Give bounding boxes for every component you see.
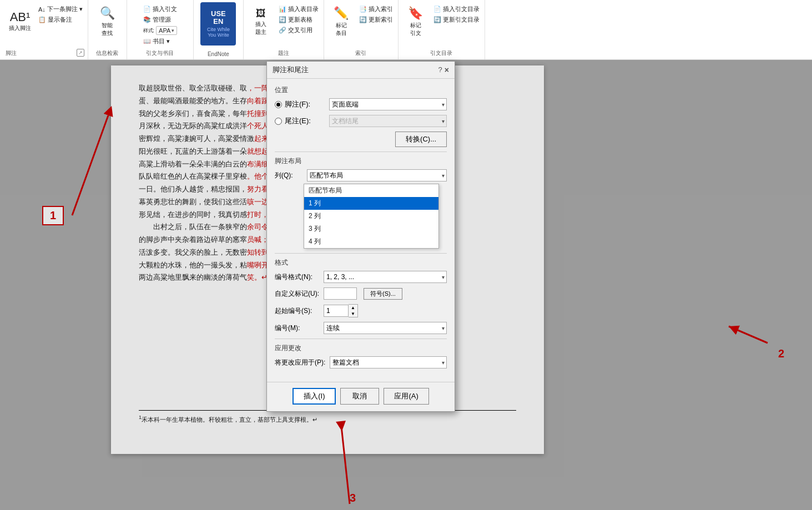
position-section: 位置 (275, 85, 447, 95)
symbol-button[interactable]: 符号(S)... (364, 288, 402, 300)
style-select[interactable]: APA ▾ (156, 26, 177, 35)
style-icon: 样式: (143, 27, 155, 34)
insert-index-button[interactable]: 📑 插入索引 (357, 4, 395, 14)
endnote-button[interactable]: USEEN Cite WhileYou Write (200, 2, 236, 46)
footnote-dialog-launcher[interactable]: ↗ (77, 49, 84, 57)
info-search-group: 🔍 智能查找 信息检索 (88, 0, 127, 59)
cross-reference-button[interactable]: 🔗 交叉引用 (277, 26, 320, 35)
manage-sources-button[interactable]: 📚 管理源 (142, 15, 179, 24)
insert-citation-index-button[interactable]: 📄 插入引文目录 (432, 4, 481, 14)
footnote-radio[interactable] (275, 101, 282, 108)
update-citation-index-label: 更新引文目录 (443, 16, 480, 24)
show-notes-label: 显示备注 (48, 16, 72, 24)
update-index-icon: 🔄 (359, 16, 367, 23)
caption-group-label: 题注 (278, 48, 289, 57)
smart-search-button[interactable]: 🔍 智能查找 (93, 2, 121, 41)
columns-select-wrapper: 匹配节布局 1 列 2 列 3 列 4 列 (307, 169, 447, 181)
cross-ref-icon: 🔗 (279, 27, 286, 34)
endnote-radio-label[interactable]: 尾注(E): (275, 116, 325, 126)
mark-citation-button[interactable]: 🔖 标记引文 (402, 2, 430, 41)
citation-group: 📄 插入引文 📚 管理源 样式: APA ▾ 📖 书目 ▾ 引文与书目 (127, 0, 194, 59)
insert-footnote-button[interactable]: AB¹ 插入脚注 (6, 2, 34, 41)
dropdown-item-1col[interactable]: 1 列 (304, 197, 438, 210)
mark-entry-label: 标记条目 (336, 22, 347, 37)
update-index-label: 更新索引 (369, 16, 393, 24)
footnote-position-wrapper: 页面底端 文字下方 (329, 98, 447, 110)
dropdown-item-match[interactable]: 匹配节布局 (304, 184, 438, 197)
index-group: ✏️ 标记条目 📑 插入索引 🔄 更新索引 索引 (324, 0, 399, 59)
footnote-position-select[interactable]: 页面底端 文字下方 (329, 98, 447, 110)
number-format-select[interactable]: 1, 2, 3, ... (324, 271, 447, 283)
insert-index-label: 插入索引 (369, 5, 393, 13)
manage-sources-icon: 📚 (143, 16, 151, 23)
spinner-buttons: ▲ ▼ (349, 304, 358, 317)
layout-section-header: 脚注布局 (275, 156, 447, 166)
insert-figures-button[interactable]: 📊 插入表目录 (277, 4, 320, 14)
numbering-select[interactable]: 连续 每节重新编号 每页重新编号 (324, 322, 447, 334)
endnote-use-en: USEEN (211, 10, 226, 26)
mark-entry-icon: ✏️ (334, 6, 349, 21)
citation-index-group: 🔖 标记引文 📄 插入引文目录 🔄 更新引文目录 引文目录 (399, 0, 485, 59)
insert-button[interactable]: 插入(I) (292, 388, 336, 405)
convert-button[interactable]: 转换(C)... (395, 132, 447, 147)
update-index-button[interactable]: 🔄 更新索引 (357, 15, 395, 24)
update-table-label: 更新表格 (288, 16, 312, 24)
insert-footnote-label: 插入脚注 (9, 24, 31, 32)
endnote-radio[interactable] (275, 118, 282, 125)
divider-1 (275, 152, 447, 152)
columns-label: 列(Q): (275, 171, 302, 180)
endnote-group: USEEN Cite WhileYou Write EndNote (194, 0, 244, 59)
endnote-radio-text: 尾注(E): (285, 116, 311, 126)
index-group-label: 索引 (355, 48, 366, 57)
endnote-row: 尾注(E): 文档结尾 (275, 115, 447, 127)
insert-citation-label: 插入引文 (153, 5, 177, 13)
numbering-row: 编号(M): 连续 每节重新编号 每页重新编号 (275, 322, 447, 334)
caption-group: 🖼 插入题主 📊 插入表目录 🔄 更新表格 🔗 交叉引用 题注 (244, 0, 324, 59)
divider-2 (275, 253, 447, 254)
apply-to-row: 将更改应用于(P): 整篇文档 本节 (275, 356, 447, 368)
apply-to-wrapper: 整篇文档 本节 (330, 356, 447, 368)
update-table-icon: 🔄 (279, 16, 286, 23)
update-table-button[interactable]: 🔄 更新表格 (277, 15, 320, 24)
info-search-label: 信息检索 (96, 48, 118, 57)
insert-caption-button[interactable]: 🖼 插入题主 (247, 2, 275, 41)
citation-index-icon: 📄 (433, 6, 441, 13)
dialog-help-button[interactable]: ? (438, 65, 442, 74)
custom-mark-label: 自定义标记(U): (275, 289, 319, 299)
apply-button[interactable]: 应用(A) (384, 388, 428, 405)
show-notes-button[interactable]: 📋 显示备注 (37, 15, 84, 24)
dialog-close-button[interactable]: × (445, 65, 449, 74)
dropdown-item-3col[interactable]: 3 列 (304, 223, 438, 235)
style-dropdown[interactable]: 样式: APA ▾ (142, 26, 179, 36)
numbering-label: 编号(M): (275, 324, 319, 333)
manage-sources-label: 管理源 (153, 16, 171, 24)
next-footnote-button[interactable]: A↓ 下一条脚注 ▾ (37, 4, 84, 14)
start-at-input[interactable] (324, 305, 349, 317)
columns-select[interactable]: 匹配节布局 1 列 2 列 3 列 4 列 (307, 169, 447, 181)
bibliography-button[interactable]: 📖 书目 ▾ (142, 37, 179, 46)
bibliography-icon: 📖 (143, 38, 151, 45)
insert-citation-button[interactable]: 📄 插入引文 (142, 4, 179, 14)
numbering-wrapper: 连续 每节重新编号 每页重新编号 (324, 322, 447, 334)
cancel-button[interactable]: 取消 (340, 388, 379, 405)
citation-icon: 📄 (143, 6, 151, 13)
spinner-down[interactable]: ▼ (349, 311, 357, 317)
format-section-header: 格式 (275, 258, 447, 267)
apply-to-label: 将更改应用于(P): (275, 358, 325, 367)
columns-row: 列(Q): 匹配节布局 1 列 2 列 3 列 4 列 (275, 169, 447, 181)
dialog-controls: ? × (438, 65, 449, 74)
divider-3 (275, 339, 447, 339)
convert-row: 转换(C)... (275, 132, 447, 147)
footnote-endnote-dialog: 脚注和尾注 ? × 位置 脚注(F): 页面底端 文字下方 (266, 61, 455, 412)
dropdown-item-2col[interactable]: 2 列 (304, 210, 438, 223)
ribbon: AB¹ 插入脚注 A↓ 下一条脚注 ▾ 📋 显示备注 脚注 ↗ 🔍 智能查找 (0, 0, 812, 60)
mark-entry-button[interactable]: ✏️ 标记条目 (327, 2, 355, 41)
update-citation-index-button[interactable]: 🔄 更新引文目录 (432, 15, 481, 24)
apply-to-select[interactable]: 整篇文档 本节 (330, 356, 447, 368)
dropdown-item-4col[interactable]: 4 列 (304, 235, 438, 248)
footnote-radio-label[interactable]: 脚注(F): (275, 99, 325, 109)
custom-mark-input[interactable] (324, 287, 357, 300)
cross-ref-label: 交叉引用 (288, 26, 312, 34)
spinner-up[interactable]: ▲ (349, 305, 357, 311)
endnote-position-select[interactable]: 文档结尾 (329, 115, 447, 127)
